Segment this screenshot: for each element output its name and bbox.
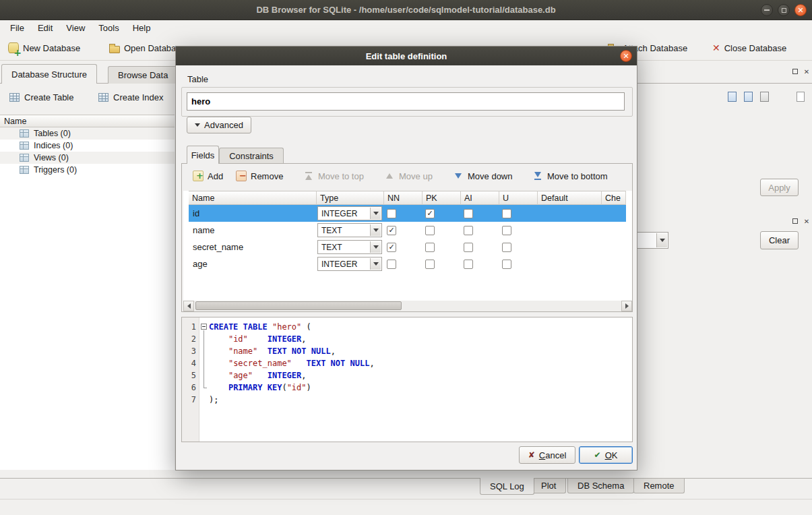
u-checkbox[interactable] — [502, 243, 511, 252]
set-null-button[interactable] — [757, 90, 771, 103]
scroll-right-button[interactable] — [621, 301, 632, 311]
tree-header[interactable]: Name — [0, 115, 175, 127]
combobox-arrow-icon[interactable] — [370, 258, 381, 270]
nn-checkbox[interactable] — [387, 209, 396, 218]
field-row[interactable]: secret_nameTEXT✓ — [189, 239, 626, 255]
tree-item[interactable]: Tables (0) — [0, 127, 175, 140]
remove-button[interactable]: Remove — [236, 168, 283, 184]
field-name-cell[interactable]: age — [189, 255, 317, 272]
new-database-button[interactable]: New Database — [5, 38, 83, 57]
menu-view[interactable]: View — [59, 20, 92, 36]
bottom-tab-db-schema[interactable]: DB Schema — [567, 479, 634, 493]
menu-file[interactable]: File — [3, 20, 31, 36]
tree-item[interactable]: Triggers (0) — [0, 164, 175, 176]
table-name-input[interactable] — [187, 92, 625, 111]
ai-checkbox[interactable] — [464, 226, 473, 235]
add-button[interactable]: Add — [193, 168, 223, 184]
dialog-close-button[interactable]: ✕ — [620, 50, 632, 62]
export-button[interactable] — [741, 90, 755, 103]
tree-item[interactable]: Views (0) — [0, 152, 175, 164]
ok-button[interactable]: ✔ OK — [579, 446, 633, 464]
nn-checkbox[interactable]: ✓ — [387, 243, 396, 252]
field-type-combobox[interactable]: TEXT — [317, 223, 382, 237]
field-type-combobox[interactable]: INTEGER — [317, 206, 382, 220]
pk-checkbox[interactable] — [425, 243, 435, 252]
advanced-toggle-button[interactable]: Advanced — [187, 117, 251, 133]
fields-panel: AddRemoveMove to topMove upMove downMove… — [181, 163, 633, 312]
dock-float-button[interactable] — [790, 216, 801, 226]
move-down-button[interactable]: Move down — [453, 168, 512, 184]
dialog-titlebar[interactable]: Edit table definition ✕ — [176, 47, 637, 65]
sql-preview-editor[interactable]: 1234567 CREATE TABLE "hero" ( "id" INTEG… — [181, 317, 633, 442]
tree-item[interactable]: Indices (0) — [0, 140, 175, 152]
float-icon — [792, 69, 798, 74]
close-window-button[interactable]: ✕ — [794, 4, 807, 16]
import-button[interactable] — [725, 90, 739, 103]
column-header-pk[interactable]: PK — [423, 191, 461, 205]
scrollbar-thumb[interactable] — [195, 301, 402, 310]
dock-close-button[interactable]: ✕ — [801, 66, 812, 77]
move-bottom-button[interactable]: Move to bottom — [532, 168, 608, 184]
combobox-arrow-icon[interactable] — [370, 241, 381, 253]
close-database-button[interactable]: ✕ Close Database — [710, 38, 789, 57]
sql-line: CREATE TABLE "hero" ( — [209, 321, 632, 333]
open-in-editor-button[interactable] — [794, 90, 807, 103]
field-type-combobox[interactable]: INTEGER — [317, 257, 382, 271]
pk-checkbox[interactable] — [425, 260, 435, 269]
nn-checkbox[interactable] — [387, 260, 396, 269]
u-checkbox[interactable] — [502, 260, 511, 269]
bottom-tab-remote[interactable]: Remote — [633, 479, 685, 493]
field-name-cell[interactable]: id — [189, 205, 317, 222]
minimize-button[interactable] — [761, 4, 773, 16]
combobox-arrow-icon[interactable] — [370, 224, 381, 236]
field-type-combobox[interactable]: TEXT — [317, 240, 382, 254]
new-database-label: New Database — [23, 43, 80, 53]
field-row[interactable]: idINTEGER✓ — [189, 205, 626, 222]
menu-tools[interactable]: Tools — [92, 20, 125, 36]
fold-collapse-icon[interactable] — [201, 324, 207, 330]
column-header-nn[interactable]: NN — [384, 191, 423, 205]
tab-browse-data[interactable]: Browse Data — [108, 66, 178, 84]
column-header-ai[interactable]: AI — [461, 191, 499, 205]
column-header-type[interactable]: Type — [317, 191, 384, 205]
column-header-che[interactable]: Che — [602, 191, 626, 205]
scroll-left-button[interactable] — [183, 301, 194, 311]
field-type-cell: INTEGER — [317, 255, 384, 272]
nn-checkbox[interactable]: ✓ — [387, 226, 396, 235]
cancel-button[interactable]: ✘ Cancel — [519, 446, 575, 464]
column-header-name[interactable]: Name — [189, 191, 317, 205]
column-header-default[interactable]: Default — [538, 191, 602, 205]
combobox-arrow-icon[interactable] — [656, 233, 667, 247]
tab-constraints[interactable]: Constraints — [219, 148, 284, 164]
create-table-button[interactable]: Create Table — [5, 88, 77, 106]
window-titlebar[interactable]: DB Browser for SQLite - /home/user/code/… — [0, 0, 812, 20]
field-row[interactable]: nameTEXT✓ — [189, 222, 626, 239]
ai-checkbox[interactable] — [464, 209, 473, 218]
ai-checkbox[interactable] — [464, 260, 473, 269]
bottom-tab-plot[interactable]: Plot — [531, 479, 566, 493]
clear-button[interactable]: Clear — [760, 231, 799, 249]
field-name-cell[interactable]: secret_name — [189, 239, 317, 255]
dock-float-button[interactable] — [790, 66, 801, 77]
combobox-arrow-icon[interactable] — [370, 208, 381, 219]
u-checkbox[interactable] — [502, 209, 511, 218]
bottom-tab-sql-log[interactable]: SQL Log — [480, 478, 534, 495]
u-checkbox[interactable] — [502, 226, 511, 235]
pk-checkbox[interactable] — [425, 226, 435, 235]
field-row[interactable]: ageINTEGER — [189, 255, 626, 272]
menu-help[interactable]: Help — [126, 20, 158, 36]
menu-edit[interactable]: Edit — [31, 20, 59, 36]
field-name-cell[interactable]: name — [189, 222, 317, 239]
tab-fields[interactable]: Fields — [187, 146, 219, 164]
apply-button[interactable]: Apply — [760, 179, 799, 196]
dock-close-button[interactable]: ✕ — [801, 216, 812, 226]
move-up-icon — [384, 171, 395, 181]
create-index-button[interactable]: Create Index — [94, 88, 167, 106]
pk-checkbox[interactable]: ✓ — [425, 209, 435, 218]
tab-database-structure[interactable]: Database Structure — [1, 64, 97, 84]
grid-hscrollbar[interactable] — [183, 301, 632, 311]
ai-checkbox[interactable] — [464, 243, 473, 252]
maximize-button[interactable] — [778, 4, 790, 16]
scrollbar-track[interactable] — [194, 301, 621, 311]
column-header-u[interactable]: U — [499, 191, 538, 205]
